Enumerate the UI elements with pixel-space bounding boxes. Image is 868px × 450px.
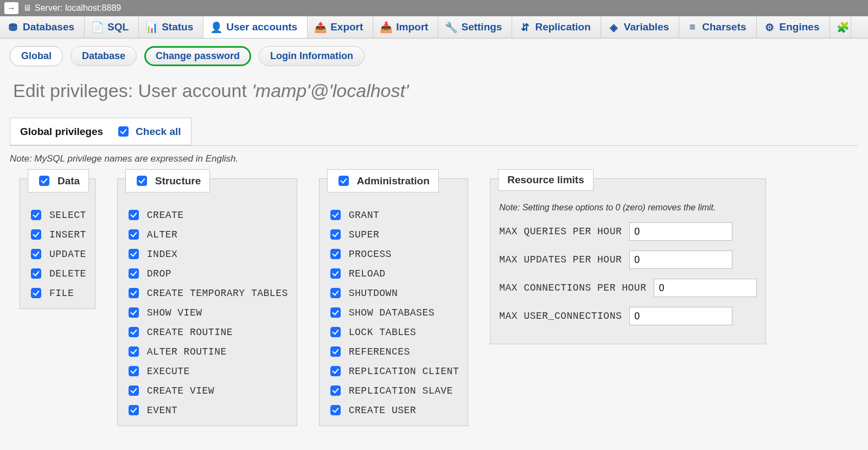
tab-plugins[interactable]: 🧩 bbox=[830, 16, 851, 38]
check-all-label[interactable]: Check all bbox=[136, 126, 181, 138]
priv-label: ALTER bbox=[147, 229, 178, 240]
global-privileges-label: Global privileges bbox=[20, 126, 103, 138]
data-checkall[interactable] bbox=[39, 176, 49, 186]
tab-users[interactable]: 👤User accounts bbox=[203, 16, 308, 38]
priv-references-checkbox[interactable] bbox=[330, 346, 341, 357]
priv-file-checkbox[interactable] bbox=[31, 288, 41, 298]
priv-item[interactable]: REPLICATION CLIENT bbox=[328, 364, 459, 378]
priv-item[interactable]: PROCESS bbox=[328, 247, 459, 261]
priv-item[interactable]: GRANT bbox=[328, 208, 459, 222]
priv-item[interactable]: EXECUTE bbox=[126, 364, 288, 378]
tab-variables[interactable]: ◈Variables bbox=[601, 16, 679, 38]
tab-engines[interactable]: ⚙Engines bbox=[757, 16, 830, 38]
subnav-login-information[interactable]: Login Information bbox=[259, 46, 365, 66]
resource-limit-input[interactable] bbox=[629, 222, 732, 241]
collapse-arrow-icon[interactable]: → bbox=[4, 2, 18, 14]
priv-item[interactable]: INSERT bbox=[29, 228, 86, 241]
tab-status-label: Status bbox=[162, 21, 193, 33]
tab-charsets[interactable]: ≡Charsets bbox=[679, 16, 756, 38]
tab-status[interactable]: 📊Status bbox=[139, 16, 203, 38]
priv-label: GRANT bbox=[349, 210, 380, 221]
users-icon: 👤 bbox=[211, 22, 222, 33]
structure-checkall[interactable] bbox=[137, 176, 147, 186]
subnav-global[interactable]: Global bbox=[10, 46, 63, 66]
wrench-icon: 🔧 bbox=[446, 22, 457, 33]
resource-limit-input[interactable] bbox=[629, 250, 732, 269]
priv-create-routine-checkbox[interactable] bbox=[129, 327, 139, 337]
priv-item[interactable]: LOCK TABLES bbox=[328, 325, 459, 339]
priv-replication-slave-checkbox[interactable] bbox=[330, 385, 341, 396]
priv-create-temporary-tables-checkbox[interactable] bbox=[129, 288, 139, 298]
priv-show-databases-checkbox[interactable] bbox=[330, 307, 341, 318]
priv-show-view-checkbox[interactable] bbox=[129, 307, 139, 318]
priv-item[interactable]: CREATE ROUTINE bbox=[126, 325, 288, 339]
tab-databases[interactable]: ⛃Databases bbox=[0, 16, 85, 38]
priv-select-checkbox[interactable] bbox=[31, 210, 41, 220]
priv-insert-checkbox[interactable] bbox=[31, 229, 41, 240]
sql-icon: 📄 bbox=[92, 22, 103, 33]
import-icon: 📥 bbox=[381, 22, 392, 33]
priv-item[interactable]: SHOW DATABASES bbox=[328, 306, 459, 319]
priv-reload-checkbox[interactable] bbox=[330, 268, 341, 279]
page-title: Edit privileges: User account 'mamp'@'lo… bbox=[13, 80, 855, 101]
priv-process-checkbox[interactable] bbox=[330, 249, 341, 259]
priv-delete-checkbox[interactable] bbox=[31, 268, 41, 279]
subnav-database[interactable]: Database bbox=[71, 46, 137, 66]
priv-update-checkbox[interactable] bbox=[31, 249, 41, 259]
priv-item[interactable]: CREATE VIEW bbox=[126, 384, 288, 397]
priv-label: CREATE VIEW bbox=[147, 385, 214, 396]
resource-limits-group: Resource limits Note: Setting these opti… bbox=[490, 178, 766, 344]
resource-limit-label: MAX CONNECTIONS PER HOUR bbox=[499, 282, 646, 293]
priv-item[interactable]: REPLICATION SLAVE bbox=[328, 384, 459, 397]
tab-import[interactable]: 📥Import bbox=[373, 16, 438, 38]
priv-item[interactable]: DELETE bbox=[29, 267, 86, 280]
priv-item[interactable]: SELECT bbox=[29, 208, 86, 222]
priv-item[interactable]: ALTER bbox=[126, 228, 288, 241]
priv-item[interactable]: DROP bbox=[126, 267, 288, 280]
priv-item[interactable]: UPDATE bbox=[29, 247, 86, 261]
priv-alter-routine-checkbox[interactable] bbox=[129, 346, 139, 357]
resource-limit-row: MAX UPDATES PER HOUR bbox=[499, 250, 757, 269]
priv-item[interactable]: ALTER ROUTINE bbox=[126, 345, 288, 358]
tab-export[interactable]: 📤Export bbox=[308, 16, 373, 38]
priv-item[interactable]: RELOAD bbox=[328, 267, 459, 280]
administration-checkall[interactable] bbox=[339, 176, 349, 186]
priv-label: INSERT bbox=[49, 229, 86, 240]
resource-limit-row: MAX QUERIES PER HOUR bbox=[499, 222, 757, 241]
tab-settings-label: Settings bbox=[461, 21, 502, 33]
priv-alter-checkbox[interactable] bbox=[129, 229, 139, 240]
priv-item[interactable]: CREATE TEMPORARY TABLES bbox=[126, 286, 288, 300]
priv-shutdown-checkbox[interactable] bbox=[330, 288, 341, 298]
priv-item[interactable]: EVENT bbox=[126, 403, 288, 417]
tab-replication[interactable]: ⇵Replication bbox=[512, 16, 601, 38]
priv-execute-checkbox[interactable] bbox=[129, 366, 139, 376]
priv-item[interactable]: SUPER bbox=[328, 228, 459, 241]
subnav-change-password[interactable]: Change password bbox=[144, 46, 251, 66]
priv-item[interactable]: SHUTDOWN bbox=[328, 286, 459, 300]
priv-grant-checkbox[interactable] bbox=[330, 210, 341, 220]
priv-item[interactable]: INDEX bbox=[126, 247, 288, 261]
resource-limit-input[interactable] bbox=[629, 307, 732, 325]
priv-item[interactable]: REFERENCES bbox=[328, 345, 459, 358]
priv-index-checkbox[interactable] bbox=[129, 249, 139, 259]
priv-drop-checkbox[interactable] bbox=[129, 268, 139, 279]
resource-limit-input[interactable] bbox=[654, 279, 757, 297]
priv-create-user-checkbox[interactable] bbox=[330, 405, 341, 415]
server-icon: 🖥 bbox=[23, 3, 31, 13]
priv-label: INDEX bbox=[147, 249, 178, 260]
tab-sql[interactable]: 📄SQL bbox=[85, 16, 139, 38]
priv-label: ALTER ROUTINE bbox=[147, 346, 227, 357]
priv-item[interactable]: CREATE bbox=[126, 208, 288, 222]
check-all-checkbox[interactable] bbox=[118, 126, 129, 137]
priv-create-checkbox[interactable] bbox=[129, 210, 139, 220]
priv-item[interactable]: CREATE USER bbox=[328, 403, 459, 417]
priv-event-checkbox[interactable] bbox=[129, 405, 139, 415]
priv-item[interactable]: SHOW VIEW bbox=[126, 306, 288, 319]
priv-super-checkbox[interactable] bbox=[330, 229, 341, 240]
server-label: Server: localhost:8889 bbox=[35, 3, 121, 13]
priv-replication-client-checkbox[interactable] bbox=[330, 366, 341, 376]
priv-lock-tables-checkbox[interactable] bbox=[330, 327, 341, 337]
priv-create-view-checkbox[interactable] bbox=[129, 385, 139, 396]
tab-settings[interactable]: 🔧Settings bbox=[438, 16, 512, 38]
priv-item[interactable]: FILE bbox=[29, 286, 86, 300]
